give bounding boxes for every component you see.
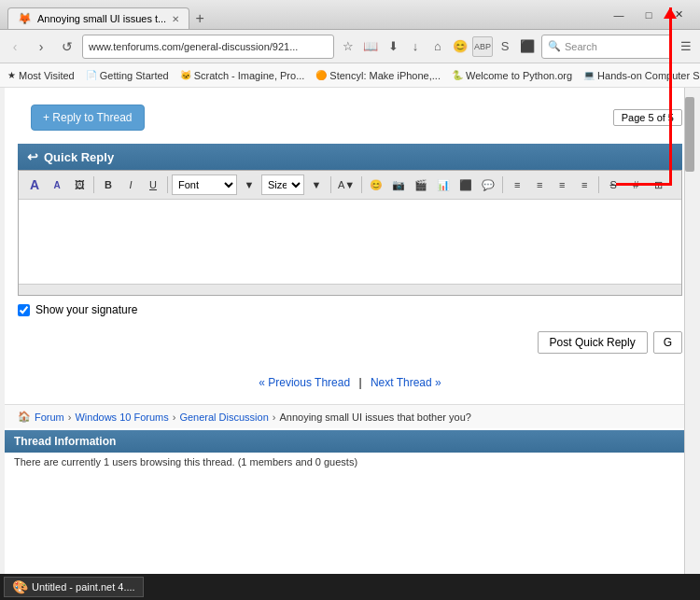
signature-checkbox[interactable] [18, 304, 30, 316]
minimize-button[interactable]: — [605, 6, 633, 24]
indent-btn[interactable]: ≡ [552, 174, 572, 195]
page-indicator[interactable]: Page 5 of 5 [613, 109, 682, 126]
active-tab[interactable]: 🦊 Annoying small UI issues t... ✕ [7, 7, 189, 29]
menu-button[interactable]: ☰ [676, 36, 696, 57]
bookmark-label-1: Getting Started [100, 70, 169, 81]
url-text: www.tenforums.com/general-discussion/921… [89, 41, 298, 52]
quote-btn[interactable]: 💬 [478, 174, 498, 195]
underline-button[interactable]: U [143, 174, 163, 195]
bookmark-label-0: Most Visited [19, 70, 75, 81]
taskbar: 🎨 Untitled - paint.net 4.... [0, 574, 700, 600]
bookmark-computer[interactable]: 💻 Hands-on Computer S... [580, 68, 700, 83]
back-button[interactable]: ‹ [4, 35, 26, 58]
home-icon[interactable]: ⌂ [427, 36, 448, 57]
post-quick-reply-button[interactable]: Post Quick Reply [538, 331, 648, 354]
signature-label: Show your signature [35, 303, 137, 316]
abp-icon[interactable]: ABP [472, 36, 493, 57]
addon-icon[interactable]: ⬛ [517, 36, 538, 57]
download-icon[interactable]: ↓ [405, 36, 426, 57]
navigation-bar: ‹ › ↺ www.tenforums.com/general-discussi… [0, 30, 700, 63]
title-bar: 🦊 Annoying small UI issues t... ✕ + — □ … [0, 0, 700, 30]
bookmark-icon[interactable]: ☆ [338, 36, 358, 57]
grid-btn[interactable]: ⊞ [648, 174, 668, 195]
scrollbar-track[interactable] [684, 88, 695, 600]
pocket-icon[interactable]: ⬇ [383, 36, 403, 57]
special-btn[interactable]: ⬛ [455, 174, 476, 195]
reading-icon[interactable]: 📖 [360, 36, 381, 57]
video-btn[interactable]: 🎬 [411, 174, 431, 195]
reply-to-thread-button[interactable]: + Reply to Thread [31, 105, 145, 131]
new-tab-button[interactable]: + [189, 8, 210, 29]
previous-thread-link[interactable]: « Previous Thread [259, 376, 350, 389]
size-dropdown-btn[interactable]: ▼ [306, 174, 327, 195]
bookmark-label-4: Welcome to Python.org [466, 70, 572, 81]
thread-info-body: There are currently 1 users browsing thi… [5, 453, 695, 471]
bookmark-python[interactable]: 🐍 Welcome to Python.org [448, 68, 576, 83]
search-label: Search [565, 41, 597, 52]
breadcrumb-sep-2: › [173, 412, 176, 423]
font-color-btn[interactable]: 🖼 [69, 174, 90, 195]
breadcrumb-forum[interactable]: Forum [35, 412, 64, 423]
ol-btn[interactable]: ≡ [507, 174, 527, 195]
table-btn[interactable]: 📊 [433, 174, 454, 195]
emoji-icon[interactable]: 😊 [450, 36, 470, 57]
editor-scrollbar[interactable] [19, 284, 681, 295]
breadcrumb-current: Annoying small UI issues that bother you… [279, 412, 470, 423]
editor-textarea[interactable] [19, 200, 681, 284]
search-bar[interactable]: 🔍 Search [541, 35, 672, 59]
signature-area: Show your signature [5, 296, 695, 324]
size-select[interactable]: Size [261, 174, 304, 195]
bookmark-icon-0: ★ [7, 70, 16, 80]
post-button-area: Post Quick Reply G [5, 324, 695, 361]
bold-button[interactable]: B [98, 174, 119, 195]
breadcrumb-win10[interactable]: Windows 10 Forums [75, 412, 168, 423]
breadcrumb-sep-3: › [273, 412, 276, 423]
next-thread-link[interactable]: Next Thread » [371, 376, 441, 389]
font-select[interactable]: Font [172, 174, 237, 195]
ul-btn[interactable]: ≡ [529, 174, 550, 195]
close-button[interactable]: ✕ [665, 6, 693, 24]
separator-1 [93, 176, 94, 193]
separator-2 [167, 176, 168, 193]
toolbar-icons: ☆ 📖 ⬇ ↓ ⌂ 😊 ABP S ⬛ [338, 36, 538, 57]
font-size-large-btn[interactable]: A [24, 174, 45, 195]
thread-info-header: Thread Information [5, 430, 695, 453]
maximize-button[interactable]: □ [635, 6, 663, 24]
page-content: + Reply to Thread Page 5 of 5 ↩ Quick Re… [0, 88, 700, 600]
main-content: + Reply to Thread Page 5 of 5 ↩ Quick Re… [5, 88, 695, 600]
bookmark-icon-4: 🐍 [452, 70, 463, 80]
outdent-btn[interactable]: ≡ [574, 174, 595, 195]
search-icon: 🔍 [548, 40, 561, 52]
thread-navigation: « Previous Thread | Next Thread » [5, 361, 695, 404]
strikethrough-btn[interactable]: S [603, 174, 623, 195]
emoji-btn[interactable]: 😊 [366, 174, 386, 195]
text-color-btn[interactable]: A▼ [335, 174, 357, 195]
go-advanced-button[interactable]: G [653, 331, 682, 354]
font-size-small-btn[interactable]: A [47, 174, 67, 195]
bookmark-icon-1: 📄 [86, 70, 97, 80]
taskbar-item-label: Untitled - paint.net 4.... [32, 581, 135, 593]
bookmark-scratch[interactable]: 🐱 Scratch - Imagine, Pro... [176, 68, 309, 83]
scrollbar-thumb[interactable] [685, 97, 694, 172]
tab-favicon: 🦊 [18, 12, 32, 25]
italic-button[interactable]: I [120, 174, 141, 195]
url-bar[interactable]: www.tenforums.com/general-discussion/921… [82, 35, 334, 59]
sync-icon[interactable]: S [495, 36, 515, 57]
hash-btn[interactable]: # [625, 174, 646, 195]
quick-reply-body: A A 🖼 B I U Font ▼ Size ▼ A▼ 😊 [18, 170, 682, 296]
bookmark-stencyl[interactable]: 🟠 Stencyl: Make iPhone,... [312, 68, 444, 83]
reload-button[interactable]: ↺ [56, 35, 78, 58]
separator-6 [598, 176, 599, 193]
bookmark-most-visited[interactable]: ★ Most Visited [4, 68, 78, 83]
bookmark-label-5: Hands-on Computer S... [597, 70, 700, 81]
image-btn[interactable]: 📷 [388, 174, 409, 195]
bookmark-label-3: Stencyl: Make iPhone,... [329, 70, 441, 81]
breadcrumb-general[interactable]: General Discussion [179, 412, 268, 423]
taskbar-paintnet[interactable]: 🎨 Untitled - paint.net 4.... [4, 577, 144, 597]
breadcrumb: 🏠 Forum › Windows 10 Forums › General Di… [5, 404, 695, 428]
tab-close-button[interactable]: ✕ [172, 14, 179, 24]
bookmark-icon-5: 💻 [583, 70, 595, 80]
font-dropdown-btn[interactable]: ▼ [239, 174, 259, 195]
bookmark-getting-started[interactable]: 📄 Getting Started [82, 68, 173, 83]
forward-button[interactable]: › [30, 35, 52, 58]
